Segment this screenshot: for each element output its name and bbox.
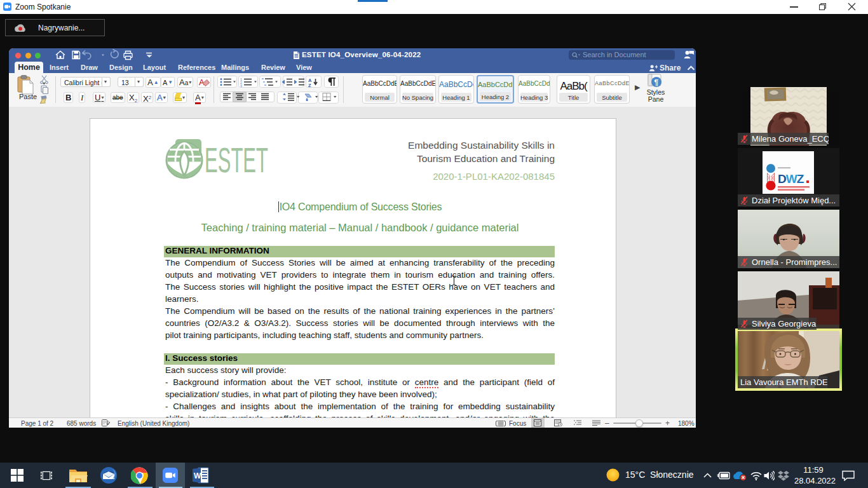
svg-text:ESTET: ESTET — [205, 140, 268, 180]
svg-text:W: W — [194, 471, 201, 480]
svg-text:DWZ: DWZ — [778, 172, 804, 186]
svg-text:Z: Z — [308, 83, 311, 88]
svg-text:3: 3 — [240, 84, 242, 88]
svg-text:¶: ¶ — [654, 78, 659, 87]
